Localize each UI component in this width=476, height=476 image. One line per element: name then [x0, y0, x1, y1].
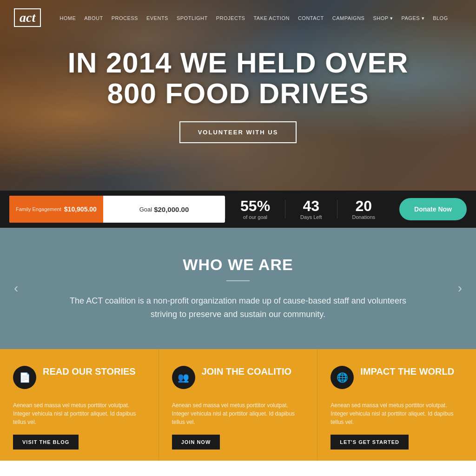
- get-started-button[interactable]: LET'S GET STARTED: [331, 435, 409, 450]
- who-title: WHO WE ARE: [19, 256, 457, 274]
- stat-days-label: Days Left: [300, 214, 322, 220]
- who-description: The ACT coalition is a non-profit organi…: [61, 294, 415, 321]
- stat-percent-label: of our goal: [243, 214, 267, 220]
- globe-icon: 🌐: [337, 372, 348, 383]
- card-coalition-title: Join The Coalitio: [202, 366, 291, 377]
- nav-about[interactable]: ABOUT: [84, 15, 103, 21]
- stats-bar: Family Engagement $10,905.00 Goal $20,00…: [0, 191, 476, 228]
- stat-days: 43 Days Left: [285, 198, 337, 220]
- nav-process[interactable]: PROCESS: [112, 15, 138, 21]
- goal-amount: $20,000.00: [154, 205, 189, 213]
- join-now-button[interactable]: JOIN NOW: [172, 435, 220, 450]
- nav-home[interactable]: HOME: [60, 15, 76, 21]
- goal-section: Goal $20,000.00: [103, 196, 225, 223]
- card-coalition-icon-circle: 👥: [172, 366, 195, 389]
- document-icon: 📄: [19, 372, 31, 383]
- nav-pages[interactable]: PAGES ▾: [401, 15, 424, 21]
- stat-donations: 20 Donations: [337, 198, 390, 220]
- nav-campaigns[interactable]: CAMPAIGNS: [332, 15, 365, 21]
- card-stories-text: Aenean sed massa vel metus porttitor vol…: [13, 401, 145, 426]
- card-impact-header: 🌐 Impact The World: [331, 366, 463, 396]
- logo[interactable]: act: [14, 8, 41, 27]
- card-stories: 📄 Read Our Stories Aenean sed massa vel …: [0, 349, 159, 461]
- cards-section: 📄 Read Our Stories Aenean sed massa vel …: [0, 349, 476, 461]
- card-impact-text: Aenean sed massa vel metus porttitor vol…: [331, 401, 463, 426]
- nav-projects[interactable]: PROJECTS: [216, 15, 245, 21]
- nav-events[interactable]: EVENTS: [146, 15, 168, 21]
- hero-title: IN 2014 WE HELD OVER 800 FOOD DRIVES: [47, 47, 429, 108]
- stat-donations-label: Donations: [352, 214, 376, 220]
- card-coalition-text: Aenean sed massa vel metus porttitor vol…: [172, 401, 304, 426]
- people-icon: 👥: [178, 372, 189, 383]
- stat-days-number: 43: [303, 198, 320, 213]
- card-stories-title: Read Our Stories: [43, 366, 136, 377]
- stat-percent-number: 55%: [240, 198, 270, 213]
- carousel-left-arrow[interactable]: ‹: [9, 276, 23, 300]
- stat-percent: 55% of our goal: [225, 198, 285, 220]
- visit-blog-button[interactable]: VISIT THE BLOG: [13, 435, 79, 450]
- goal-label: Goal: [139, 206, 152, 213]
- who-divider: [226, 280, 250, 281]
- card-stories-header: 📄 Read Our Stories: [13, 366, 145, 396]
- navigation: act HOME ABOUT PROCESS EVENTS SPOTLIGHT …: [0, 0, 476, 35]
- card-stories-icon-circle: 📄: [13, 366, 36, 389]
- donate-button[interactable]: Donate Now: [399, 198, 467, 220]
- nav-contact[interactable]: CONTACT: [298, 15, 324, 21]
- volunteer-button[interactable]: VOLUNTEER WITH US: [179, 121, 297, 143]
- stat-donations-number: 20: [356, 198, 372, 213]
- progress-bar-container: Family Engagement $10,905.00 Goal $20,00…: [9, 196, 225, 223]
- card-impact: 🌐 Impact The World Aenean sed massa vel …: [317, 349, 476, 461]
- nav-spotlight[interactable]: SPOTLIGHT: [177, 15, 208, 21]
- who-section: ‹ WHO WE ARE The ACT coalition is a non-…: [0, 228, 476, 349]
- progress-label: Family Engagement: [16, 206, 61, 212]
- carousel-right-arrow[interactable]: ›: [453, 276, 467, 300]
- progress-amount: $10,905.00: [64, 205, 97, 213]
- card-coalition-header: 👥 Join The Coalitio: [172, 366, 304, 396]
- nav-blog[interactable]: BLOG: [433, 15, 448, 21]
- nav-shop[interactable]: SHOP ▾: [373, 15, 393, 21]
- card-coalition: 👥 Join The Coalitio Aenean sed massa vel…: [159, 349, 318, 461]
- nav-take-action[interactable]: TAKE ACTION: [253, 15, 289, 21]
- card-impact-icon-circle: 🌐: [331, 366, 354, 389]
- nav-links: HOME ABOUT PROCESS EVENTS SPOTLIGHT PROJ…: [60, 13, 448, 22]
- card-impact-title: Impact The World: [360, 366, 454, 377]
- progress-fill: Family Engagement $10,905.00: [9, 196, 103, 223]
